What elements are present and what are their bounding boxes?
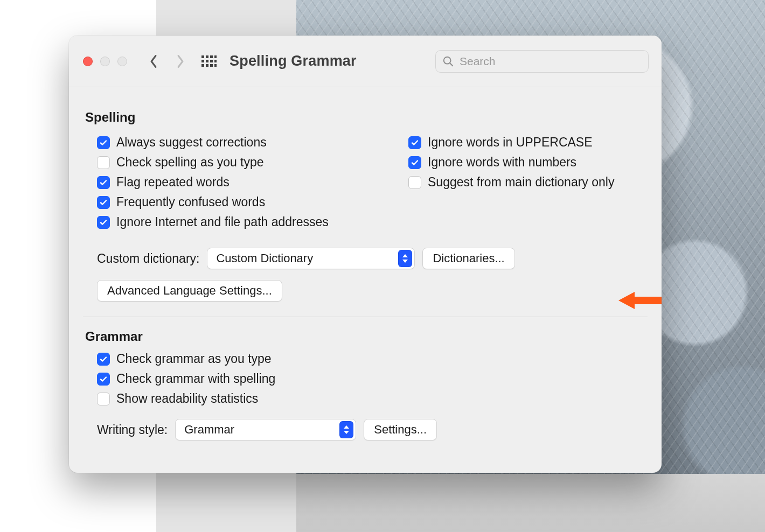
label-ignore-numbers: Ignore words with numbers — [428, 155, 576, 170]
writing-style-select[interactable]: Grammar — [175, 419, 356, 440]
label-grammar-as-type: Check grammar as you type — [116, 352, 272, 366]
checkbox-flag-repeated[interactable] — [97, 176, 110, 189]
window-close-button[interactable] — [83, 57, 93, 66]
grammar-settings-button[interactable]: Settings... — [364, 419, 437, 440]
preferences-window: Spelling Grammar Spelling Always suggest… — [69, 36, 662, 473]
chevron-left-icon — [149, 54, 158, 68]
svg-rect-10 — [210, 64, 213, 67]
svg-rect-5 — [206, 60, 208, 62]
search-icon — [442, 55, 454, 67]
label-main-dict-only: Suggest from main dictionary only — [428, 175, 614, 190]
label-frequently-confused: Frequently confused words — [116, 195, 265, 209]
search-input[interactable] — [458, 54, 642, 68]
svg-rect-8 — [201, 64, 204, 67]
updown-icon — [398, 250, 412, 267]
label-check-as-type: Check spelling as you type — [116, 155, 264, 170]
label-always-suggest: Always suggest corrections — [116, 135, 267, 150]
checkbox-grammar-with-spelling[interactable] — [97, 373, 110, 386]
window-minimize-button[interactable] — [100, 57, 110, 66]
svg-rect-3 — [214, 55, 217, 58]
checkbox-grammar-as-type[interactable] — [97, 353, 110, 366]
section-heading-spelling: Spelling — [85, 110, 645, 125]
label-readability-stats: Show readability statistics — [116, 391, 258, 406]
checkbox-main-dict-only[interactable] — [408, 176, 421, 189]
custom-dictionary-label: Custom dictionary: — [97, 251, 199, 266]
svg-rect-2 — [210, 55, 213, 58]
svg-rect-4 — [201, 60, 204, 62]
checkbox-ignore-uppercase[interactable] — [408, 136, 421, 149]
writing-style-label: Writing style: — [97, 423, 168, 437]
advanced-language-settings-button[interactable]: Advanced Language Settings... — [97, 280, 282, 302]
writing-style-value: Grammar — [184, 423, 234, 437]
grid-icon — [201, 55, 217, 67]
svg-rect-9 — [206, 64, 208, 67]
custom-dictionary-row: Custom dictionary: Custom Dictionary Dic… — [97, 248, 645, 269]
svg-rect-11 — [214, 64, 217, 67]
label-flag-repeated: Flag repeated words — [116, 175, 229, 190]
svg-rect-6 — [210, 60, 213, 62]
spelling-options: Always suggest corrections Check spellin… — [85, 132, 645, 235]
svg-rect-0 — [201, 55, 204, 58]
window-titlebar: Spelling Grammar — [69, 36, 662, 87]
window-traffic-lights — [83, 57, 127, 66]
checkbox-readability-stats[interactable] — [97, 393, 110, 405]
section-divider — [83, 317, 648, 317]
dictionaries-button[interactable]: Dictionaries... — [422, 248, 514, 269]
back-button[interactable] — [143, 51, 164, 72]
svg-rect-7 — [214, 60, 217, 62]
show-all-button[interactable] — [200, 53, 218, 70]
checkbox-frequently-confused[interactable] — [97, 196, 110, 209]
background-photo-footer — [296, 474, 765, 532]
window-title: Spelling Grammar — [229, 53, 357, 69]
custom-dictionary-select[interactable]: Custom Dictionary — [207, 248, 415, 269]
checkbox-ignore-internet-paths[interactable] — [97, 216, 110, 229]
svg-line-13 — [450, 63, 453, 66]
label-ignore-uppercase: Ignore words in UPPERCASE — [428, 135, 593, 150]
svg-rect-1 — [206, 55, 208, 58]
section-heading-grammar: Grammar — [85, 329, 645, 344]
custom-dictionary-value: Custom Dictionary — [216, 251, 313, 265]
label-ignore-internet-paths: Ignore Internet and file path addresses — [116, 215, 329, 229]
chevron-right-icon — [176, 54, 185, 68]
writing-style-row: Writing style: Grammar Settings... — [97, 419, 645, 440]
search-field[interactable] — [435, 50, 649, 73]
checkbox-check-as-type[interactable] — [97, 156, 110, 169]
label-grammar-with-spelling: Check grammar with spelling — [116, 372, 275, 386]
checkbox-always-suggest[interactable] — [97, 136, 110, 149]
preferences-content: Spelling Always suggest corrections Chec… — [69, 87, 662, 440]
forward-button[interactable] — [170, 51, 191, 72]
window-zoom-button[interactable] — [117, 57, 127, 66]
updown-icon — [339, 421, 353, 438]
checkbox-ignore-numbers[interactable] — [408, 156, 421, 169]
